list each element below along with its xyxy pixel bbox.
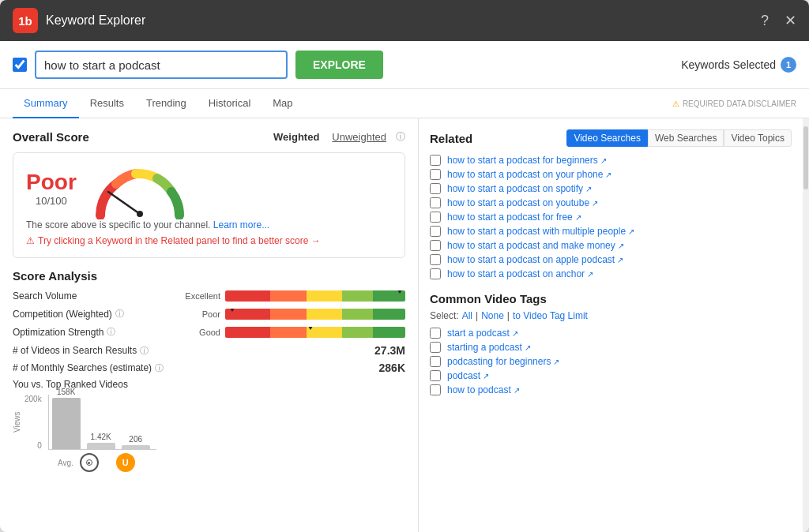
related-item-1: how to start a podcast on your phone ↗ — [430, 169, 792, 180]
related-tab-video-topics[interactable]: Video Topics — [724, 129, 792, 147]
analysis-label-optimization: Optimization Strength ⓘ — [13, 326, 171, 338]
related-title: Related — [430, 132, 472, 145]
stat-row-videos: # of Videos in Search Results ⓘ 27.3M — [13, 344, 405, 357]
app-title: Keyword Explorer — [46, 13, 761, 28]
tag-link-3[interactable]: podcast ↗ — [447, 370, 489, 381]
related-checkbox-5[interactable] — [430, 226, 441, 237]
related-item-8: how to start a podcast on anchor ↗ — [430, 268, 792, 279]
app-logo: 1b — [13, 8, 38, 33]
stat-row-searches: # of Monthly Searches (estimate) ⓘ 286K — [13, 362, 405, 374]
keywords-selected: Keywords Selected 1 — [681, 57, 796, 73]
stat-label-searches: # of Monthly Searches (estimate) ⓘ — [13, 362, 379, 374]
analysis-bar-competition: Poor — [177, 309, 405, 320]
related-checkbox-4[interactable] — [430, 212, 441, 223]
close-button[interactable]: ✕ — [785, 12, 796, 29]
tab-map[interactable]: Map — [262, 89, 303, 118]
score-analysis-title: Score Analysis — [13, 269, 405, 283]
related-item-4: how to start a podcast for free ↗ — [430, 212, 792, 223]
y-labels: 200k 0 — [24, 395, 45, 450]
y-axis-label: Views — [13, 395, 21, 450]
search-input[interactable] — [35, 51, 288, 79]
explore-button[interactable]: EXPLORE — [295, 51, 383, 79]
tab-trending[interactable]: Trending — [135, 89, 198, 118]
titlebar: 1b Keyword Explorer ? ✕ — [0, 0, 809, 41]
overall-score-header: Overall Score Weighted Unweighted ⓘ — [13, 129, 405, 144]
svg-point-2 — [137, 211, 143, 217]
related-link-6[interactable]: how to start a podcast and make money ↗ — [447, 240, 624, 251]
related-checkbox-0[interactable] — [430, 155, 441, 166]
tab-results[interactable]: Results — [79, 89, 135, 118]
score-content: Poor 10/100 — [26, 164, 392, 212]
main-content: Overall Score Weighted Unweighted ⓘ Poor… — [0, 118, 809, 532]
main-tabs: Summary Results Trending Historical Map … — [0, 89, 809, 118]
related-link-7[interactable]: how to start a podcast on apple podcast … — [447, 254, 623, 265]
tag-checkbox-4[interactable] — [430, 384, 441, 395]
related-tab-video-searches[interactable]: Video Searches — [566, 129, 648, 147]
scrollbar-thumb — [803, 126, 808, 189]
analysis-label-competition: Competition (Weighted) ⓘ — [13, 308, 171, 320]
search-checkbox[interactable] — [13, 58, 27, 72]
svg-line-1 — [108, 192, 140, 214]
related-link-5[interactable]: how to start a podcast with multiple peo… — [447, 226, 634, 237]
bar-rect-0 — [52, 398, 81, 449]
tag-link-0[interactable]: start a podcast ↗ — [447, 328, 518, 339]
tag-checkbox-1[interactable] — [430, 342, 441, 353]
learn-more-link[interactable]: Learn more... — [213, 219, 269, 230]
score-analysis: Score Analysis Search Volume Excellent — [13, 269, 405, 472]
chart-bars: 158K 1.42K 206 — [48, 395, 156, 450]
tag-link-4[interactable]: how to podcast ↗ — [447, 384, 520, 395]
related-checkbox-6[interactable] — [430, 240, 441, 251]
titlebar-actions: ? ✕ — [761, 12, 796, 29]
tag-checkbox-2[interactable] — [430, 356, 441, 367]
tab-summary[interactable]: Summary — [13, 89, 79, 118]
stat-value-searches: 286K — [379, 362, 405, 374]
related-item-6: how to start a podcast and make money ↗ — [430, 240, 792, 251]
user-icon: U — [116, 453, 135, 472]
tag-link-1[interactable]: starting a podcast ↗ — [447, 342, 531, 353]
related-link-8[interactable]: how to start a podcast on anchor ↗ — [447, 268, 593, 279]
related-checkbox-3[interactable] — [430, 197, 441, 208]
unweighted-tab[interactable]: Unweighted — [329, 129, 389, 144]
select-limit-link[interactable]: to Video Tag Limit — [513, 310, 588, 321]
select-all-link[interactable]: All — [462, 310, 472, 321]
tag-item-0: start a podcast ↗ — [430, 328, 792, 339]
related-link-2[interactable]: how to start a podcast on spotify ↗ — [447, 183, 592, 194]
disclaimer: ⚠ REQUIRED DATA DISCLAIMER — [672, 99, 796, 108]
score-help-icon[interactable]: ⓘ — [396, 130, 405, 144]
related-link-1[interactable]: how to start a podcast on your phone ↗ — [447, 169, 611, 180]
bar-label-poor: Poor — [177, 309, 220, 319]
related-link-0[interactable]: how to start a podcast for beginners ↗ — [447, 155, 607, 166]
competition-help-icon[interactable]: ⓘ — [115, 308, 124, 320]
bar-label-good: Good — [177, 328, 220, 337]
tag-checkbox-0[interactable] — [430, 328, 441, 339]
avg-label: Avg. — [58, 459, 73, 467]
bar-chart-wrapper: Views 200k 0 — [13, 395, 405, 472]
bar-track-optimization — [225, 327, 405, 338]
help-button[interactable]: ? — [761, 13, 769, 29]
tags-list: start a podcast ↗ starting a podcast ↗ p… — [430, 328, 792, 395]
related-checkbox-8[interactable] — [430, 268, 441, 279]
optimization-help-icon[interactable]: ⓘ — [107, 326, 115, 338]
weight-tabs: Weighted Unweighted ⓘ — [270, 129, 405, 144]
related-checkbox-1[interactable] — [430, 169, 441, 180]
tag-link-2[interactable]: podcasting for beginners ↗ — [447, 356, 559, 367]
score-note: The score above is specific to your chan… — [26, 219, 392, 230]
related-checkbox-2[interactable] — [430, 183, 441, 194]
analysis-row-search-volume: Search Volume Excellent — [13, 290, 405, 302]
tab-historical[interactable]: Historical — [198, 89, 262, 118]
related-checkbox-7[interactable] — [430, 254, 441, 265]
select-none-link[interactable]: None — [481, 310, 504, 321]
select-label: Select: — [430, 310, 459, 321]
related-link-3[interactable]: how to start a podcast on youtube ↗ — [447, 197, 598, 208]
weighted-tab[interactable]: Weighted — [270, 129, 322, 144]
analysis-row-optimization: Optimization Strength ⓘ Good — [13, 326, 405, 338]
tags-title: Common Video Tags — [430, 292, 792, 305]
scrollbar[interactable] — [803, 118, 809, 532]
related-tab-web-searches[interactable]: Web Searches — [648, 129, 724, 147]
tag-checkbox-3[interactable] — [430, 370, 441, 381]
analysis-bar-search-volume: Excellent — [177, 290, 405, 302]
tag-item-3: podcast ↗ — [430, 370, 792, 381]
related-link-4[interactable]: how to start a podcast for free ↗ — [447, 212, 581, 223]
videos-help-icon[interactable]: ⓘ — [140, 345, 149, 357]
searches-help-icon[interactable]: ⓘ — [155, 362, 164, 374]
